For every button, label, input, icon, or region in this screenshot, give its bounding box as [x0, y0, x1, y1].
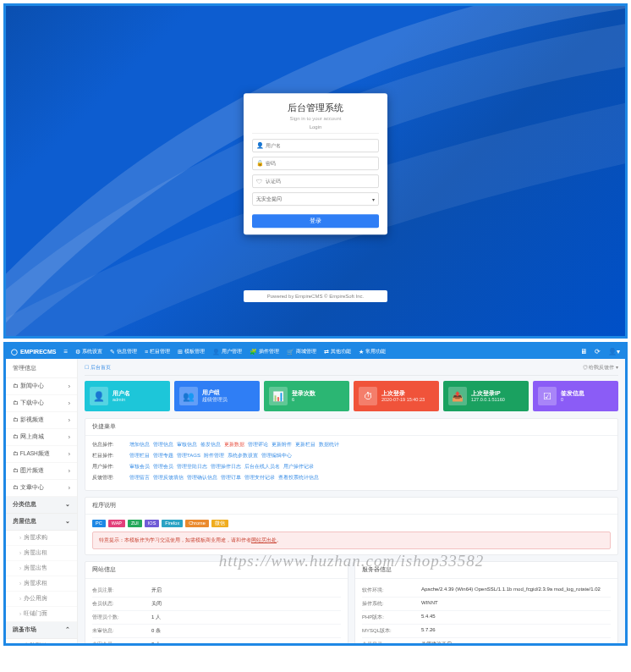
quick-link[interactable]: 增加信息: [129, 441, 150, 449]
info-row: 会员注册:开启: [92, 584, 341, 597]
sidebar-subitem[interactable]: 房屋求租: [6, 576, 77, 592]
logo-icon: ◯: [11, 349, 18, 355]
refresh-icon[interactable]: ⟳: [595, 348, 601, 355]
user-menu-icon[interactable]: 👤▾: [608, 348, 620, 355]
password-input[interactable]: 🔒: [252, 157, 379, 170]
topbar-item[interactable]: ⇄其他功能: [324, 348, 351, 355]
sidebar-subitem[interactable]: 办公用房: [6, 592, 77, 607]
card-title: 上次登录IP: [471, 390, 505, 398]
sidebar-item[interactable]: 🗀 影视频道›: [6, 412, 77, 429]
info-row: 会员登录:关闭建议开启: [362, 637, 611, 643]
desktop-icon[interactable]: 🖥: [580, 348, 587, 355]
login-tab[interactable]: Login: [252, 124, 379, 134]
quick-link[interactable]: 管理订单: [221, 474, 241, 482]
sidebar-item[interactable]: 🗀 新闻中心›: [6, 378, 77, 395]
sidebar-group-flea[interactable]: 跳蚤市场⌃: [6, 622, 77, 639]
sidebar-subitem[interactable]: 房屋求购: [6, 531, 77, 546]
quick-link[interactable]: 系统参数设置: [228, 452, 258, 460]
chevron-right-icon: ›: [69, 451, 70, 457]
breadcrumb-quick[interactable]: ◎ 给我反馈作 ▾: [583, 364, 618, 372]
quick-link[interactable]: 管理编辑中心: [261, 452, 292, 460]
sidebar-item[interactable]: 🗀 下载中心›: [6, 395, 77, 412]
sidebar-item[interactable]: 🗀 图片频道›: [6, 463, 77, 480]
menu-label: 其他功能: [331, 348, 351, 355]
sidebar-group-house[interactable]: 房屋信息⌄: [6, 514, 77, 531]
quick-link[interactable]: 管理评论: [248, 441, 268, 449]
quick-link[interactable]: 数据统计: [319, 441, 339, 449]
login-subtitle: Sign in to your account: [252, 116, 379, 121]
breadcrumb: ☐ 后台首页 ◎ 给我反馈作 ▾: [85, 364, 618, 376]
username-input[interactable]: 👤: [252, 139, 379, 152]
sidebar-item[interactable]: 🗀 网上商城›: [6, 429, 77, 446]
sidebar-subitem[interactable]: 房屋出租: [6, 546, 77, 561]
topbar-item[interactable]: 👤用户管理: [212, 348, 242, 355]
topbar-item[interactable]: ✎信息管理: [110, 348, 137, 355]
sidebar-subitem[interactable]: 电脑配件: [6, 639, 77, 643]
quick-link[interactable]: 签发信息: [200, 441, 221, 449]
info-val: 5.7.26: [421, 627, 611, 635]
captcha-input[interactable]: 🛡: [252, 174, 379, 188]
card-icon: 📤: [448, 387, 467, 405]
stat-card: 👥 用户组超级管理员: [174, 381, 260, 411]
quick-link[interactable]: 管理会员: [153, 463, 173, 471]
quick-link[interactable]: 更新栏目: [295, 441, 316, 449]
menu-icon: ★: [359, 349, 364, 355]
quick-link[interactable]: 管理留言: [129, 474, 150, 482]
user-icon: 👤: [256, 142, 263, 149]
info-val: 1 人: [151, 614, 341, 621]
quick-link[interactable]: 用户操作记录: [283, 463, 314, 471]
menu-icon: ⚙: [75, 349, 80, 355]
password-field[interactable]: [266, 161, 375, 166]
quick-link[interactable]: 管理反馈填信: [153, 474, 184, 482]
platform-tag: 微信: [211, 520, 228, 527]
captcha-field[interactable]: [266, 179, 375, 184]
topbar-item[interactable]: ⊞模板管理: [178, 348, 205, 355]
quick-link[interactable]: 更新附件: [272, 441, 292, 449]
siteinfo-box: 网站信息 会员注册:开启会员状态:关闭管理员个数:1 人未审信息:0 条未审会员…: [85, 561, 348, 643]
sidebar-subitem[interactable]: 旺铺门面: [6, 607, 77, 622]
quick-link[interactable]: 管理支付记录: [244, 474, 275, 482]
quick-link[interactable]: 查看投票统计信息: [278, 474, 319, 482]
sidebar-item[interactable]: 🗀 FLASH频道›: [6, 446, 77, 463]
sidebar: 管理信息 🗀 新闻中心›🗀 下载中心›🗀 影视频道›🗀 网上商城›🗀 FLASH…: [6, 359, 78, 643]
sidebar-group-category[interactable]: 分类信息⌄: [6, 497, 77, 514]
login-button[interactable]: 登录: [252, 214, 379, 228]
topbar-item[interactable]: ⚙系统设置: [75, 348, 102, 355]
info-key: 会员状态:: [92, 600, 151, 608]
sidebar-item[interactable]: 🗀 文章中心›: [6, 480, 77, 497]
quick-link[interactable]: 审核会员: [129, 463, 150, 471]
quick-link[interactable]: 管理栏目: [129, 452, 150, 460]
platform-tag: ZUI: [128, 520, 142, 527]
quick-link[interactable]: 管理操作日志: [211, 463, 241, 471]
quick-link[interactable]: 管理信息: [153, 441, 173, 449]
menu-icon: 🛒: [287, 349, 294, 355]
chevron-right-icon: ›: [69, 417, 70, 423]
info-row: 操作系统:WINNT: [362, 597, 611, 610]
info-val: 关闭建议开启: [421, 641, 611, 643]
sidebar-subitem[interactable]: 房屋出售: [6, 561, 77, 576]
security-question-select[interactable]: 无安全提问 ▾: [252, 192, 379, 206]
menu-toggle-icon[interactable]: ≡: [63, 348, 68, 355]
quick-link[interactable]: 管理专题: [153, 452, 173, 460]
quick-link[interactable]: 后台在线人员名: [244, 463, 280, 471]
quick-link[interactable]: 管理确认信息: [187, 474, 217, 482]
brand[interactable]: ◯ EMPIRECMS: [11, 349, 56, 355]
username-field[interactable]: [266, 143, 375, 148]
topbar-item[interactable]: 🧩插件管理: [250, 348, 279, 355]
topbar-item[interactable]: ≡栏目管理: [145, 348, 170, 355]
breadcrumb-home[interactable]: ☐ 后台首页: [85, 364, 111, 372]
sidebar-item-label: 🗀 FLASH频道: [13, 450, 50, 458]
quick-link[interactable]: 管理TAGS: [177, 452, 200, 460]
notice-box: 程序说明 PCWAPZUIIOSFirefoxChrome微信 特意提示：本模板…: [85, 497, 618, 555]
topbar-item[interactable]: 🛒商城管理: [287, 348, 316, 355]
card-sub: 6: [292, 397, 316, 402]
quick-link[interactable]: 审核信息: [177, 441, 197, 449]
login-footer: Powered by EmpireCMS © EmpireSoft Inc.: [244, 290, 387, 302]
card-sub: 127.0.0.1:51160: [471, 397, 505, 402]
quick-link[interactable]: 管理登陆日志: [177, 463, 207, 471]
quick-link[interactable]: 附件管理: [204, 452, 224, 460]
notice-link[interactable]: 网站买出处: [251, 537, 277, 543]
quick-link[interactable]: 更新数据: [224, 441, 244, 449]
stat-card: ☑ 签发信息0: [533, 381, 618, 411]
topbar-item[interactable]: ★常用功能: [359, 348, 386, 355]
